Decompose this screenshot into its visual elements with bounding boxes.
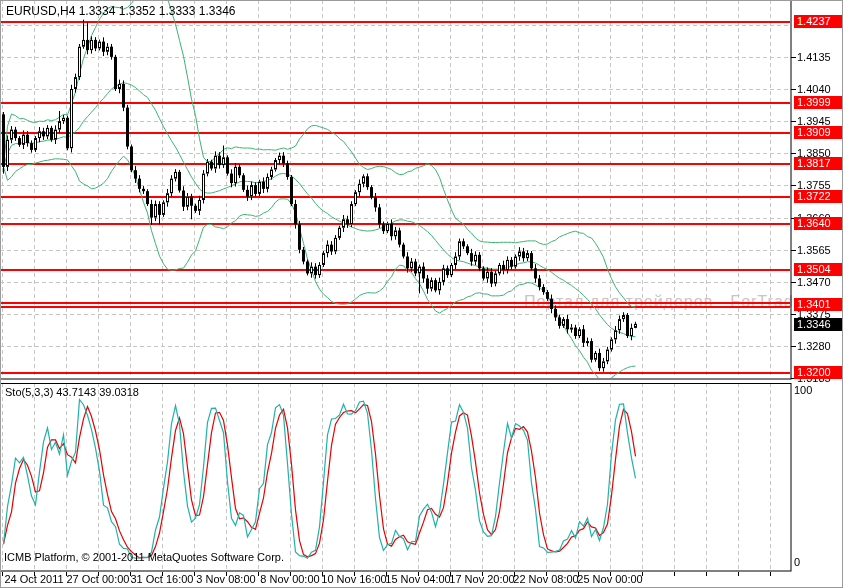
time-axis-label: 27 Oct 00:00 xyxy=(67,573,130,585)
stochastic-axis-label: 0 xyxy=(794,556,800,568)
chart-window: Портал для трейдеров - ForTrader.ru EURU… xyxy=(0,0,843,588)
price-axis-red-badge: 1.3640 xyxy=(794,217,842,230)
price-axis-label: 1.4135 xyxy=(797,51,831,63)
price-axis-red-badge: 1.3401 xyxy=(794,298,842,311)
time-axis-label: 10 Nov 16:00 xyxy=(321,573,386,585)
current-price-badge: 1.3346 xyxy=(794,318,842,331)
price-axis-red-badge: 1.3999 xyxy=(794,96,842,109)
price-axis-red-badge: 1.4237 xyxy=(794,15,842,28)
copyright-text: ICMB Platform, © 2001-2011 MetaQuotes So… xyxy=(4,551,284,563)
chart-title: EURUSD,H4 1.3334 1.3352 1.3333 1.3346 xyxy=(6,4,236,18)
price-axis-red-badge: 1.3504 xyxy=(794,263,842,276)
price-axis-red-badge: 1.3722 xyxy=(794,190,842,203)
time-axis-label: 3 Nov 08:00 xyxy=(196,573,255,585)
time-axis-label: 25 Nov 00:00 xyxy=(577,573,642,585)
price-axis-label: 1.3280 xyxy=(797,340,831,352)
stochastic-label: Sto(5,3,3) 43.7143 39.0318 xyxy=(5,386,139,398)
time-axis-label: 24 Oct 2011 xyxy=(4,573,63,585)
price-axis-label: 1.4040 xyxy=(797,83,831,95)
time-axis-label: 17 Nov 20:00 xyxy=(449,573,514,585)
time-axis-label: 22 Nov 08:00 xyxy=(513,573,578,585)
price-axis-red-badge: 1.3817 xyxy=(794,157,842,170)
stochastic-axis-label: 100 xyxy=(794,384,812,396)
price-axis-red-badge: 1.3909 xyxy=(794,126,842,139)
price-axis-label: 1.3565 xyxy=(797,244,831,256)
time-axis-label: 8 Nov 00:00 xyxy=(260,573,319,585)
time-axis-label: 31 Oct 16:00 xyxy=(131,573,194,585)
price-axis-red-badge: 1.3200 xyxy=(794,366,842,379)
price-axis-label: 1.3470 xyxy=(797,276,831,288)
time-axis-label: 15 Nov 04:00 xyxy=(385,573,450,585)
price-chart-canvas[interactable] xyxy=(0,0,843,588)
